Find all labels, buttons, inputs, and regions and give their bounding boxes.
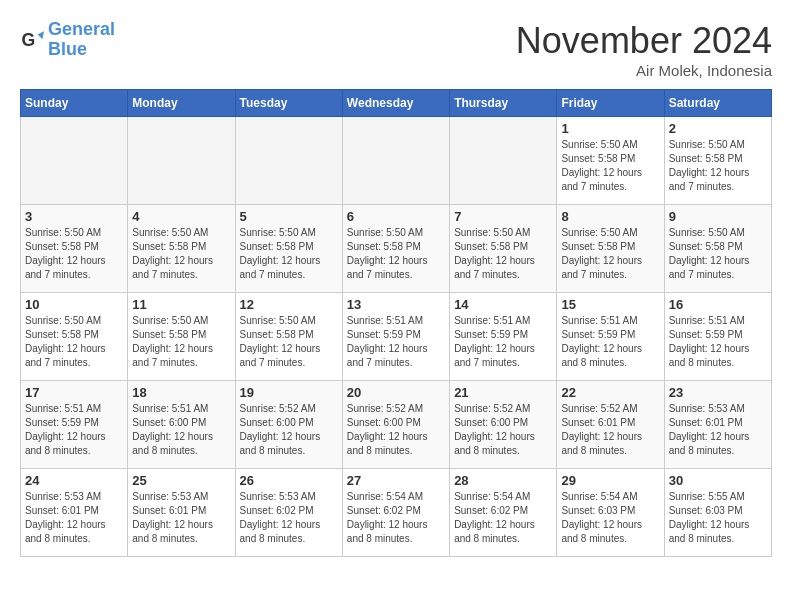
day-number: 30: [669, 473, 767, 488]
day-number: 8: [561, 209, 659, 224]
day-cell: 27Sunrise: 5:54 AM Sunset: 6:02 PM Dayli…: [342, 469, 449, 557]
day-cell: 3Sunrise: 5:50 AM Sunset: 5:58 PM Daylig…: [21, 205, 128, 293]
day-info: Sunrise: 5:52 AM Sunset: 6:00 PM Dayligh…: [454, 402, 552, 458]
day-cell: [450, 117, 557, 205]
week-row-2: 10Sunrise: 5:50 AM Sunset: 5:58 PM Dayli…: [21, 293, 772, 381]
day-info: Sunrise: 5:51 AM Sunset: 5:59 PM Dayligh…: [561, 314, 659, 370]
day-info: Sunrise: 5:53 AM Sunset: 6:02 PM Dayligh…: [240, 490, 338, 546]
day-cell: 15Sunrise: 5:51 AM Sunset: 5:59 PM Dayli…: [557, 293, 664, 381]
header-day-sunday: Sunday: [21, 90, 128, 117]
day-cell: 18Sunrise: 5:51 AM Sunset: 6:00 PM Dayli…: [128, 381, 235, 469]
day-cell: 8Sunrise: 5:50 AM Sunset: 5:58 PM Daylig…: [557, 205, 664, 293]
day-cell: 7Sunrise: 5:50 AM Sunset: 5:58 PM Daylig…: [450, 205, 557, 293]
day-cell: 13Sunrise: 5:51 AM Sunset: 5:59 PM Dayli…: [342, 293, 449, 381]
day-cell: 2Sunrise: 5:50 AM Sunset: 5:58 PM Daylig…: [664, 117, 771, 205]
header-day-thursday: Thursday: [450, 90, 557, 117]
day-number: 7: [454, 209, 552, 224]
day-number: 21: [454, 385, 552, 400]
day-info: Sunrise: 5:50 AM Sunset: 5:58 PM Dayligh…: [669, 226, 767, 282]
day-number: 3: [25, 209, 123, 224]
day-info: Sunrise: 5:53 AM Sunset: 6:01 PM Dayligh…: [132, 490, 230, 546]
day-number: 25: [132, 473, 230, 488]
month-title: November 2024: [516, 20, 772, 62]
day-info: Sunrise: 5:54 AM Sunset: 6:02 PM Dayligh…: [454, 490, 552, 546]
day-cell: 23Sunrise: 5:53 AM Sunset: 6:01 PM Dayli…: [664, 381, 771, 469]
day-number: 6: [347, 209, 445, 224]
day-number: 15: [561, 297, 659, 312]
day-info: Sunrise: 5:51 AM Sunset: 5:59 PM Dayligh…: [347, 314, 445, 370]
day-info: Sunrise: 5:50 AM Sunset: 5:58 PM Dayligh…: [347, 226, 445, 282]
day-cell: 25Sunrise: 5:53 AM Sunset: 6:01 PM Dayli…: [128, 469, 235, 557]
day-cell: 20Sunrise: 5:52 AM Sunset: 6:00 PM Dayli…: [342, 381, 449, 469]
title-block: November 2024 Air Molek, Indonesia: [516, 20, 772, 79]
day-number: 26: [240, 473, 338, 488]
svg-marker-1: [38, 31, 44, 39]
day-number: 14: [454, 297, 552, 312]
header-day-wednesday: Wednesday: [342, 90, 449, 117]
day-cell: 24Sunrise: 5:53 AM Sunset: 6:01 PM Dayli…: [21, 469, 128, 557]
day-number: 5: [240, 209, 338, 224]
day-cell: 12Sunrise: 5:50 AM Sunset: 5:58 PM Dayli…: [235, 293, 342, 381]
week-row-1: 3Sunrise: 5:50 AM Sunset: 5:58 PM Daylig…: [21, 205, 772, 293]
day-number: 28: [454, 473, 552, 488]
header-day-friday: Friday: [557, 90, 664, 117]
header-day-saturday: Saturday: [664, 90, 771, 117]
day-number: 27: [347, 473, 445, 488]
day-info: Sunrise: 5:51 AM Sunset: 5:59 PM Dayligh…: [669, 314, 767, 370]
day-cell: 29Sunrise: 5:54 AM Sunset: 6:03 PM Dayli…: [557, 469, 664, 557]
location: Air Molek, Indonesia: [516, 62, 772, 79]
day-number: 18: [132, 385, 230, 400]
day-cell: 11Sunrise: 5:50 AM Sunset: 5:58 PM Dayli…: [128, 293, 235, 381]
day-info: Sunrise: 5:50 AM Sunset: 5:58 PM Dayligh…: [25, 314, 123, 370]
logo-text: General Blue: [48, 20, 115, 60]
day-cell: 14Sunrise: 5:51 AM Sunset: 5:59 PM Dayli…: [450, 293, 557, 381]
day-cell: 28Sunrise: 5:54 AM Sunset: 6:02 PM Dayli…: [450, 469, 557, 557]
day-info: Sunrise: 5:50 AM Sunset: 5:58 PM Dayligh…: [240, 226, 338, 282]
logo: G General Blue: [20, 20, 115, 60]
page-header: G General Blue November 2024 Air Molek, …: [20, 20, 772, 79]
day-number: 20: [347, 385, 445, 400]
week-row-4: 24Sunrise: 5:53 AM Sunset: 6:01 PM Dayli…: [21, 469, 772, 557]
day-info: Sunrise: 5:50 AM Sunset: 5:58 PM Dayligh…: [240, 314, 338, 370]
day-info: Sunrise: 5:50 AM Sunset: 5:58 PM Dayligh…: [561, 226, 659, 282]
header-day-monday: Monday: [128, 90, 235, 117]
day-number: 13: [347, 297, 445, 312]
day-number: 1: [561, 121, 659, 136]
day-info: Sunrise: 5:53 AM Sunset: 6:01 PM Dayligh…: [25, 490, 123, 546]
day-cell: 30Sunrise: 5:55 AM Sunset: 6:03 PM Dayli…: [664, 469, 771, 557]
day-cell: 1Sunrise: 5:50 AM Sunset: 5:58 PM Daylig…: [557, 117, 664, 205]
day-number: 12: [240, 297, 338, 312]
day-number: 9: [669, 209, 767, 224]
day-info: Sunrise: 5:52 AM Sunset: 6:00 PM Dayligh…: [347, 402, 445, 458]
day-number: 10: [25, 297, 123, 312]
day-cell: 19Sunrise: 5:52 AM Sunset: 6:00 PM Dayli…: [235, 381, 342, 469]
day-number: 19: [240, 385, 338, 400]
day-cell: 21Sunrise: 5:52 AM Sunset: 6:00 PM Dayli…: [450, 381, 557, 469]
day-number: 4: [132, 209, 230, 224]
day-info: Sunrise: 5:50 AM Sunset: 5:58 PM Dayligh…: [132, 226, 230, 282]
day-info: Sunrise: 5:51 AM Sunset: 6:00 PM Dayligh…: [132, 402, 230, 458]
day-cell: [342, 117, 449, 205]
day-number: 17: [25, 385, 123, 400]
header-row: SundayMondayTuesdayWednesdayThursdayFrid…: [21, 90, 772, 117]
day-cell: [128, 117, 235, 205]
day-cell: 16Sunrise: 5:51 AM Sunset: 5:59 PM Dayli…: [664, 293, 771, 381]
day-number: 11: [132, 297, 230, 312]
header-day-tuesday: Tuesday: [235, 90, 342, 117]
day-info: Sunrise: 5:50 AM Sunset: 5:58 PM Dayligh…: [454, 226, 552, 282]
day-info: Sunrise: 5:52 AM Sunset: 6:01 PM Dayligh…: [561, 402, 659, 458]
logo-icon: G: [20, 28, 44, 52]
day-cell: [235, 117, 342, 205]
day-info: Sunrise: 5:50 AM Sunset: 5:58 PM Dayligh…: [561, 138, 659, 194]
day-cell: 26Sunrise: 5:53 AM Sunset: 6:02 PM Dayli…: [235, 469, 342, 557]
day-cell: 6Sunrise: 5:50 AM Sunset: 5:58 PM Daylig…: [342, 205, 449, 293]
week-row-0: 1Sunrise: 5:50 AM Sunset: 5:58 PM Daylig…: [21, 117, 772, 205]
day-cell: 4Sunrise: 5:50 AM Sunset: 5:58 PM Daylig…: [128, 205, 235, 293]
day-info: Sunrise: 5:52 AM Sunset: 6:00 PM Dayligh…: [240, 402, 338, 458]
day-info: Sunrise: 5:54 AM Sunset: 6:02 PM Dayligh…: [347, 490, 445, 546]
day-number: 24: [25, 473, 123, 488]
day-cell: [21, 117, 128, 205]
day-info: Sunrise: 5:51 AM Sunset: 5:59 PM Dayligh…: [454, 314, 552, 370]
day-info: Sunrise: 5:53 AM Sunset: 6:01 PM Dayligh…: [669, 402, 767, 458]
day-number: 16: [669, 297, 767, 312]
